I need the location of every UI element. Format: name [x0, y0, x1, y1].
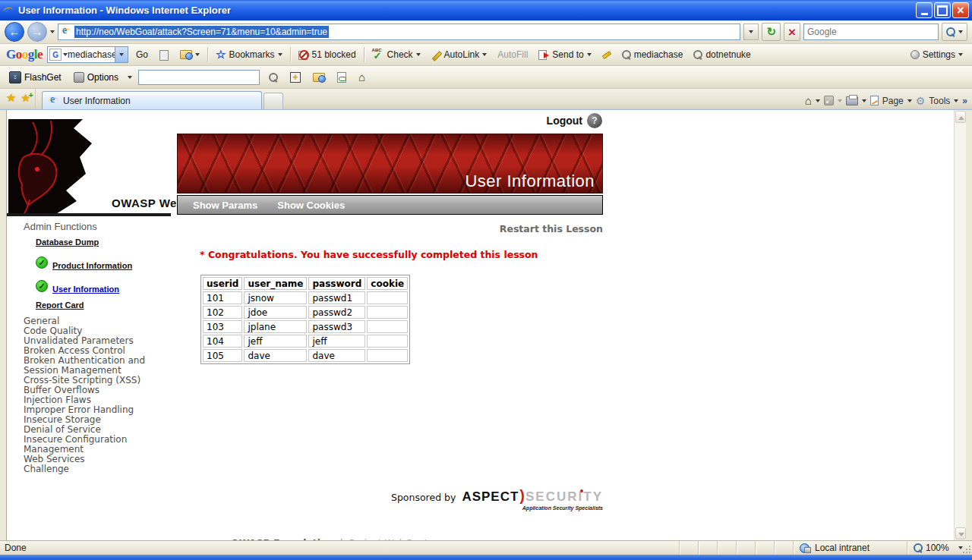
bookmarks-button[interactable]: Bookmarks: [213, 46, 285, 63]
minimize-button[interactable]: [916, 2, 933, 18]
autolink-wand-icon: [431, 50, 441, 60]
search-box[interactable]: [803, 24, 939, 40]
cell-userid: 102: [203, 306, 242, 319]
aspect-paren-icon: ): [519, 487, 525, 505]
sidebar-link-user-information[interactable]: User Information: [52, 285, 119, 294]
print-button[interactable]: [846, 96, 858, 105]
mediachase-search-icon: [622, 50, 631, 59]
page-menu-button[interactable]: Page: [882, 96, 904, 106]
lesson-banner: User Information: [177, 134, 603, 193]
toolbar-separator: [207, 47, 208, 62]
cell-cookie: [367, 291, 408, 304]
sidebar-category[interactable]: Insecure Configuration Management: [24, 435, 179, 455]
recent-pages-dropdown-icon[interactable]: [50, 30, 55, 33]
tab-user-information[interactable]: User Information: [42, 91, 262, 109]
cell-user-name: dave: [244, 349, 307, 362]
new-tab-button[interactable]: [264, 93, 283, 109]
sidebar-link-product-information[interactable]: Product Information: [52, 261, 132, 270]
toolbar-overflow-button[interactable]: [962, 96, 967, 106]
spellcheck-button[interactable]: Check: [369, 47, 424, 62]
google-search-dropdown[interactable]: [115, 47, 128, 62]
mediachase-search-button[interactable]: mediachase: [619, 48, 686, 61]
home-button[interactable]: [805, 94, 812, 107]
print-dropdown-icon[interactable]: [862, 99, 866, 102]
search-button[interactable]: [942, 23, 967, 41]
lesson-complete-icon: [36, 256, 48, 269]
sidebar-header-admin-functions[interactable]: Admin Functions: [24, 221, 179, 232]
search-web-button[interactable]: [177, 49, 203, 61]
toolbar-separator: [364, 47, 364, 62]
flashget-folder-button[interactable]: [310, 71, 328, 83]
google-toolbar: Google mediachase Go Bookmarks 51 blocke…: [0, 44, 972, 66]
restart-lesson-link[interactable]: Restart this Lesson: [500, 223, 603, 234]
cell-userid: 103: [203, 320, 242, 333]
address-dropdown-button[interactable]: [743, 24, 759, 40]
flashget-options-dropdown-icon[interactable]: [128, 76, 132, 79]
add-favorite-button[interactable]: [21, 92, 30, 104]
page-dropdown-icon[interactable]: [907, 99, 912, 102]
cell-cookie: [367, 335, 408, 348]
flashget-toolbar: FlashGet Options: [0, 66, 972, 89]
autolink-button[interactable]: AutoLink: [428, 48, 491, 61]
search-input[interactable]: [807, 27, 935, 37]
aspect-security-logo: ASPECT ) SECURITY Application Security S…: [462, 487, 603, 511]
resize-grip[interactable]: [961, 544, 971, 554]
sidebar-category[interactable]: Challenge: [24, 464, 179, 474]
search-site-icon: [159, 50, 169, 60]
settings-button[interactable]: Settings: [907, 48, 966, 61]
send-to-icon: [538, 50, 549, 59]
tools-dropdown-icon[interactable]: [954, 99, 958, 102]
flashget-search-input[interactable]: [138, 70, 260, 85]
toolbar-separator: [290, 47, 291, 62]
google-go-button[interactable]: Go: [133, 48, 151, 61]
flashget-capture-button[interactable]: [287, 71, 304, 84]
refresh-button[interactable]: [762, 23, 781, 41]
back-button[interactable]: [5, 22, 24, 42]
google-search-value[interactable]: mediachase: [68, 49, 115, 60]
show-cookies-button[interactable]: Show Cookies: [277, 200, 345, 211]
flashget-search-button[interactable]: [266, 71, 281, 83]
flashget-button[interactable]: FlashGet: [6, 70, 65, 85]
link-page-icon: [337, 72, 346, 83]
url-text: http://neo/WebGoat/attack?Screen=71&menu…: [74, 26, 329, 38]
help-button[interactable]: [587, 113, 602, 128]
dotnetnuke-search-button[interactable]: dotnetnuke: [690, 48, 753, 61]
flashget-options-button[interactable]: Options: [71, 71, 122, 84]
cell-user-name: jplane: [244, 320, 307, 333]
popup-blocker-button[interactable]: 51 blocked: [295, 48, 359, 61]
status-pane: [717, 541, 736, 555]
popup-blocked-icon: [298, 49, 309, 60]
lesson-complete-icon: [36, 280, 48, 292]
stop-button[interactable]: [784, 23, 800, 41]
send-to-button[interactable]: Send to: [535, 48, 594, 61]
zoom-level: 100%: [926, 543, 949, 553]
table-row: 101 jsnow passwd1: [203, 291, 408, 304]
sidebar-link-database-dump[interactable]: Database Dump: [36, 238, 179, 247]
flashget-home-button[interactable]: [355, 69, 368, 85]
maximize-button[interactable]: [934, 2, 951, 18]
flashget-link-button[interactable]: [334, 71, 349, 84]
feeds-button[interactable]: [824, 96, 834, 105]
logout-button[interactable]: Logout: [547, 115, 582, 127]
status-pane: [679, 541, 698, 555]
close-button[interactable]: [952, 2, 969, 18]
sidebar-link-report-card[interactable]: Report Card: [36, 300, 179, 310]
search-site-button[interactable]: [156, 49, 172, 61]
cell-password: dave: [308, 349, 365, 362]
address-input[interactable]: http://neo/WebGoat/attack?Screen=71&menu…: [58, 24, 740, 40]
search-options-icon[interactable]: [958, 30, 963, 33]
google-search-combo[interactable]: mediachase: [47, 46, 128, 63]
favorites-button[interactable]: [6, 91, 16, 105]
forward-button[interactable]: [27, 22, 47, 42]
sidebar-category[interactable]: Broken Authentication and Session Manage…: [24, 356, 179, 376]
vertical-scrollbar[interactable]: [954, 110, 966, 540]
tools-menu-button[interactable]: Tools: [929, 96, 950, 106]
show-params-button[interactable]: Show Params: [193, 200, 257, 211]
search-icon: [946, 27, 955, 36]
home-dropdown-icon[interactable]: [816, 99, 820, 102]
dotnetnuke-search-icon: [693, 50, 702, 59]
cell-cookie: [367, 320, 408, 333]
scroll-up-button[interactable]: [955, 111, 966, 123]
highlighter-button[interactable]: [599, 52, 614, 58]
scroll-down-button[interactable]: [955, 527, 966, 540]
